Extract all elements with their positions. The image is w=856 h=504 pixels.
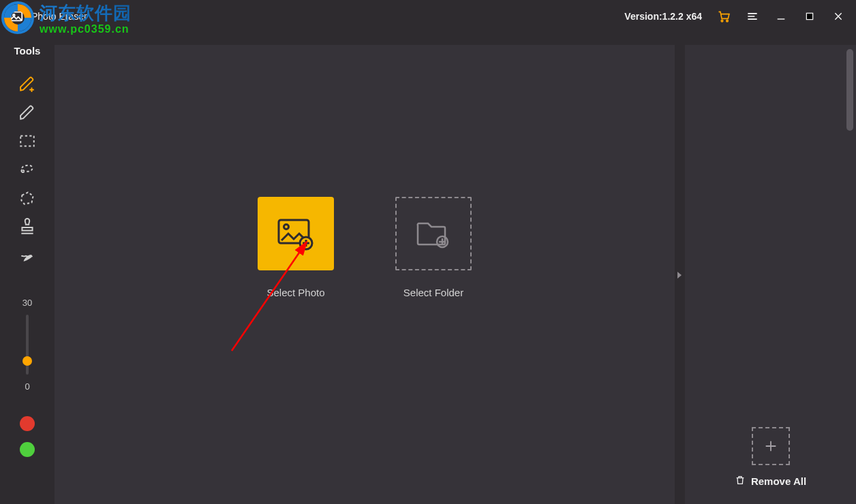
slider-min-label: 0 — [25, 381, 29, 392]
rectangle-select-tool[interactable] — [14, 127, 41, 155]
select-folder-button[interactable] — [395, 197, 472, 270]
select-photo-button[interactable] — [258, 197, 334, 270]
lasso-tool[interactable] — [14, 156, 41, 183]
slider-track[interactable] — [26, 315, 29, 375]
svg-rect-6 — [20, 136, 34, 146]
eraser-tool[interactable] — [14, 242, 41, 269]
color-swatch-red[interactable] — [20, 416, 35, 431]
menu-icon[interactable] — [746, 10, 759, 23]
canvas-area: Select Photo Select Folder — [55, 45, 675, 504]
trash-icon — [735, 475, 746, 488]
svg-rect-5 — [806, 13, 812, 19]
remove-all-button[interactable]: Remove All — [735, 475, 806, 488]
app-title: Photo Eraser — [31, 11, 87, 22]
minimize-icon[interactable] — [774, 10, 788, 23]
tools-title: Tools — [14, 45, 41, 57]
tools-panel: Tools — [0, 45, 55, 504]
svg-point-4 — [727, 20, 729, 21]
app-icon — [8, 8, 25, 25]
right-panel: Remove All — [684, 45, 856, 504]
svg-point-3 — [721, 20, 723, 21]
slider-max-label: 30 — [22, 298, 32, 308]
svg-point-8 — [284, 224, 289, 229]
polygon-lasso-tool[interactable] — [14, 185, 41, 212]
titlebar: Photo Eraser Version:1.2.2 x64 — [0, 0, 856, 33]
brush-size-slider[interactable]: 30 0 — [22, 298, 32, 392]
stamp-tool[interactable] — [14, 213, 41, 240]
version-label: Version:1.2.2 x64 — [624, 11, 702, 22]
select-folder-label: Select Folder — [403, 287, 463, 298]
pen-plus-tool[interactable] — [14, 70, 41, 97]
image-list — [685, 45, 856, 418]
remove-all-label: Remove All — [751, 475, 806, 487]
pen-tool[interactable] — [14, 99, 41, 126]
scrollbar-thumb[interactable] — [846, 49, 853, 131]
close-icon[interactable] — [831, 10, 845, 23]
maximize-icon[interactable] — [803, 10, 816, 23]
panel-collapse-handle[interactable] — [674, 263, 685, 287]
cart-icon[interactable] — [717, 10, 731, 23]
select-photo-label: Select Photo — [266, 287, 324, 298]
add-image-button[interactable] — [752, 427, 790, 465]
color-swatch-green[interactable] — [20, 442, 35, 457]
slider-thumb[interactable] — [22, 356, 32, 366]
